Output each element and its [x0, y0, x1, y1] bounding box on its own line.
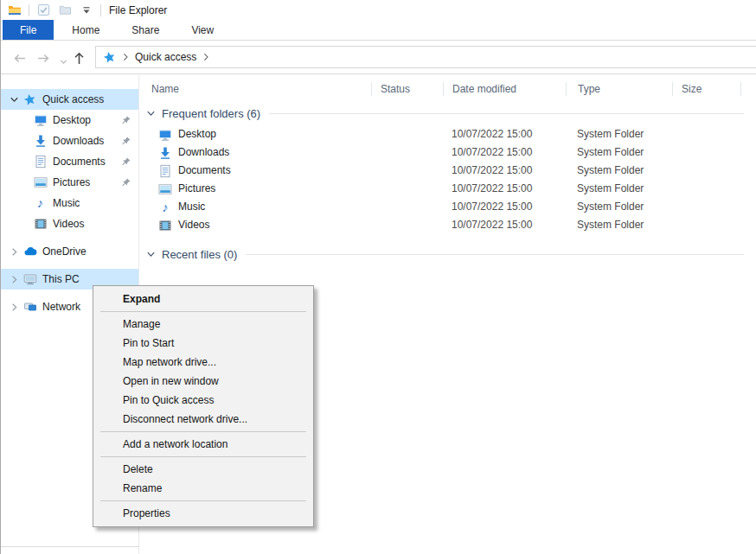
file-row-filler	[741, 143, 756, 162]
file-type-cell: System Folder	[567, 180, 673, 198]
context-menu-item-add-a-network-location[interactable]: Add a network location	[93, 435, 313, 454]
group-header-label: Frequent folders (6)	[162, 107, 260, 120]
file-row-desktop[interactable]: Desktop10/07/2022 15:00System Folder	[139, 125, 756, 143]
column-header-size[interactable]: Size	[673, 79, 741, 99]
sidebar-item-label: Desktop	[53, 114, 91, 126]
file-type-cell: System Folder	[567, 143, 673, 162]
sidebar-item-videos[interactable]: Videos	[0, 213, 138, 234]
chevron-right-icon[interactable]	[5, 247, 22, 257]
file-size-cell	[673, 180, 741, 198]
sidebar-item-onedrive[interactable]: OneDrive	[0, 241, 138, 262]
up-arrow-icon[interactable]	[71, 50, 86, 66]
pictures-icon	[33, 175, 48, 189]
file-status-cell	[372, 162, 444, 180]
file-row-downloads[interactable]: Downloads10/07/2022 15:00System Folder	[139, 143, 756, 162]
desktop-icon	[33, 113, 48, 127]
qat-customize-icon[interactable]	[79, 3, 94, 18]
file-row-filler	[741, 162, 756, 180]
recent-locations-chevron-icon[interactable]	[55, 54, 71, 69]
group-divider	[269, 113, 744, 114]
context-menu-item-manage[interactable]: Manage	[93, 315, 313, 334]
videos-icon	[33, 217, 48, 231]
forward-arrow-icon[interactable]	[35, 50, 51, 66]
breadcrumb[interactable]: Quick access	[95, 46, 756, 68]
file-row-videos[interactable]: Videos10/07/2022 15:00System Folder	[139, 216, 756, 234]
pin-icon	[120, 115, 131, 126]
file-size-cell	[673, 198, 741, 216]
breadcrumb-chevron-icon[interactable]	[122, 53, 129, 61]
file-row-filler	[741, 198, 756, 216]
chevron-down-icon[interactable]	[146, 250, 158, 259]
context-menu-separator	[100, 431, 306, 432]
file-name-cell: Documents	[139, 162, 372, 180]
file-row-music[interactable]: ♪Music10/07/2022 15:00System Folder	[139, 198, 756, 216]
window-title: File Explorer	[109, 4, 167, 16]
sidebar-item-label: Pictures	[53, 176, 90, 188]
column-header-name[interactable]: Name	[139, 79, 372, 99]
sidebar-item-desktop[interactable]: Desktop	[0, 110, 138, 131]
back-arrow-icon[interactable]	[11, 50, 27, 66]
context-menu-item-pin-to-quick-access[interactable]: Pin to Quick access	[93, 391, 313, 410]
group-header-recent-files[interactable]: Recent files (0)	[146, 245, 749, 264]
new-folder-icon[interactable]	[57, 3, 73, 18]
context-menu-item-map-network-drive[interactable]: Map network drive...	[93, 353, 313, 372]
file-name-label: Desktop	[178, 125, 216, 143]
group-divider	[246, 254, 744, 255]
file-explorer-icon	[7, 3, 22, 18]
sidebar-item-documents[interactable]: Documents	[0, 151, 138, 172]
chevron-right-icon[interactable]	[5, 275, 22, 284]
column-header-date[interactable]: Date modified	[444, 79, 567, 99]
file-row-documents[interactable]: Documents10/07/2022 15:00System Folder	[139, 162, 756, 180]
context-menu-item-expand[interactable]: Expand	[93, 290, 313, 309]
context-menu-item-disconnect-network-drive[interactable]: Disconnect network drive...	[93, 410, 313, 429]
properties-check-icon[interactable]	[35, 3, 51, 18]
file-name-cell: Desktop	[139, 125, 372, 143]
status-bar-divider	[0, 546, 139, 547]
breadcrumb-location[interactable]: Quick access	[135, 51, 196, 63]
titlebar-separator	[29, 4, 29, 16]
chevron-down-icon[interactable]	[146, 109, 158, 118]
column-header-status[interactable]: Status	[372, 79, 444, 99]
title-bar: File Explorer	[0, 0, 756, 20]
file-name-label: Music	[178, 198, 205, 216]
documents-icon	[33, 155, 48, 169]
context-menu-item-open-in-new-window[interactable]: Open in new window	[93, 372, 313, 391]
column-header-row: Name Status Date modified Type Size	[139, 79, 756, 99]
file-status-cell	[372, 125, 444, 143]
sidebar-item-downloads[interactable]: Downloads	[0, 131, 138, 151]
tab-share[interactable]: Share	[118, 20, 173, 40]
context-menu-item-properties[interactable]: Properties	[93, 504, 313, 523]
file-row-filler	[741, 125, 756, 143]
sidebar-item-quick-access[interactable]: Quick access	[0, 89, 138, 110]
sidebar-item-music[interactable]: ♪Music	[0, 193, 138, 213]
frequent-folders-list: Desktop10/07/2022 15:00System FolderDown…	[139, 125, 756, 234]
file-row-pictures[interactable]: Pictures10/07/2022 15:00System Folder	[139, 180, 756, 198]
file-name-label: Pictures	[178, 180, 215, 198]
file-date-modified-cell: 10/07/2022 15:00	[444, 216, 567, 234]
file-size-cell	[673, 216, 741, 234]
file-name-cell: Downloads	[139, 143, 372, 162]
file-size-cell	[673, 143, 741, 162]
sidebar-item-pictures[interactable]: Pictures	[0, 172, 138, 193]
file-size-cell	[673, 162, 741, 180]
file-row-filler	[741, 180, 756, 198]
file-status-cell	[372, 198, 444, 216]
tab-view[interactable]: View	[177, 20, 227, 40]
chevron-right-icon[interactable]	[5, 302, 22, 312]
group-header-frequent-folders[interactable]: Frequent folders (6)	[146, 104, 749, 123]
chevron-down-icon[interactable]	[5, 95, 22, 105]
file-type-cell: System Folder	[567, 216, 673, 234]
sidebar-item-label: OneDrive	[42, 245, 86, 258]
tab-file[interactable]: File	[3, 20, 54, 40]
context-menu-item-delete[interactable]: Delete	[93, 460, 313, 479]
breadcrumb-chevron-icon[interactable]	[202, 53, 209, 61]
file-date-modified-cell: 10/07/2022 15:00	[444, 180, 567, 198]
context-menu-separator	[100, 500, 306, 501]
address-bar: Quick access	[0, 41, 756, 74]
column-header-type[interactable]: Type	[567, 79, 673, 99]
pin-icon	[120, 156, 131, 168]
titlebar-separator	[100, 4, 101, 16]
context-menu-item-rename[interactable]: Rename	[93, 479, 313, 498]
tab-home[interactable]: Home	[58, 20, 113, 40]
context-menu-item-pin-to-start[interactable]: Pin to Start	[93, 334, 313, 353]
